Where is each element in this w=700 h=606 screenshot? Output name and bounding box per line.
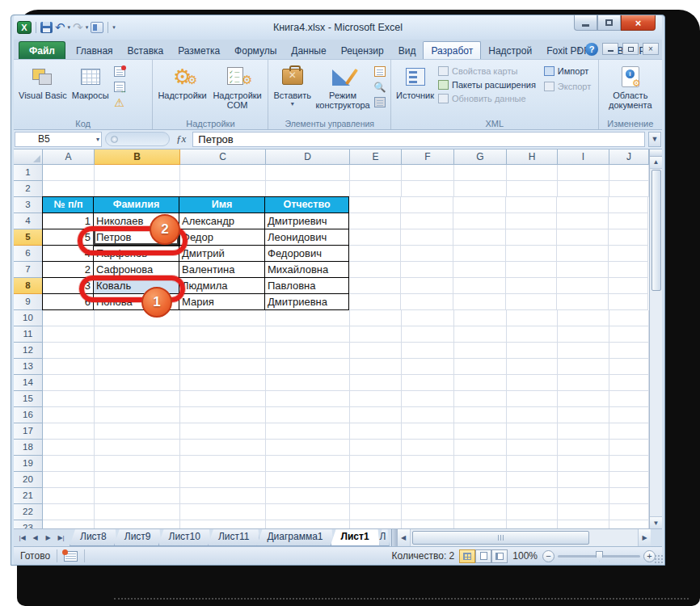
scroll-left-icon[interactable]: ◀ <box>398 529 411 546</box>
last-sheet-icon[interactable]: ▶| <box>55 532 67 544</box>
cell-D9[interactable]: Дмитриевна <box>265 294 349 310</box>
cell-C15[interactable] <box>180 391 266 407</box>
file-tab[interactable]: Файл <box>19 41 65 59</box>
cell-F12[interactable] <box>402 343 454 359</box>
cell-I11[interactable] <box>558 326 609 343</box>
cell-E5[interactable] <box>349 229 401 246</box>
cell-J2[interactable] <box>609 181 649 197</box>
cell-B21[interactable] <box>95 488 180 504</box>
cell-D15[interactable] <box>266 391 350 407</box>
sheet-tab-Диаграмма1[interactable]: Диаграмма1 <box>256 529 333 546</box>
cell-F20[interactable] <box>402 472 454 488</box>
cell-J20[interactable] <box>609 472 649 488</box>
cell-H12[interactable] <box>507 343 558 359</box>
cell-G17[interactable] <box>454 423 507 440</box>
cell-H9[interactable] <box>506 294 557 310</box>
row-header-19[interactable]: 19 <box>14 456 43 472</box>
cell-H7[interactable] <box>506 262 557 278</box>
cell-E7[interactable] <box>349 262 401 278</box>
cell-J12[interactable] <box>609 343 649 359</box>
cell-G4[interactable] <box>453 213 506 229</box>
cell-F3[interactable] <box>401 197 453 213</box>
help-icon[interactable]: ? <box>585 43 598 56</box>
cell-C4[interactable]: Александр <box>179 213 265 229</box>
column-header-D[interactable]: D <box>266 149 350 165</box>
cell-H2[interactable] <box>507 181 558 197</box>
cell-D2[interactable] <box>266 181 350 197</box>
cell-G18[interactable] <box>454 440 507 456</box>
cell-H14[interactable] <box>507 375 558 391</box>
cell-G6[interactable] <box>453 246 506 262</box>
qat-more-dropdown-icon[interactable]: ▾ <box>112 24 116 31</box>
row-header-8[interactable]: 8 <box>14 278 43 294</box>
source-button[interactable]: Источник <box>394 62 436 102</box>
name-box-dropdown-icon[interactable]: ▾ <box>96 136 99 143</box>
cell-G1[interactable] <box>454 165 507 181</box>
cell-I10[interactable] <box>558 310 609 326</box>
cell-J11[interactable] <box>609 326 649 343</box>
cell-I4[interactable] <box>557 213 609 229</box>
cell-A21[interactable] <box>43 488 95 504</box>
cell-C18[interactable] <box>180 440 266 456</box>
cell-B16[interactable] <box>95 407 180 423</box>
cell-B20[interactable] <box>95 472 180 488</box>
row-header-13[interactable]: 13 <box>14 359 43 375</box>
cell-H17[interactable] <box>507 423 558 440</box>
row-header-12[interactable]: 12 <box>14 343 43 359</box>
cell-F11[interactable] <box>402 326 454 343</box>
sheet-tab-Лист1[interactable]: Лист1 <box>331 529 380 546</box>
cell-G3[interactable] <box>453 197 506 213</box>
cell-J14[interactable] <box>609 375 649 391</box>
cell-B14[interactable] <box>95 375 180 391</box>
column-header-B[interactable]: B <box>95 149 180 165</box>
cell-H22[interactable] <box>507 504 558 520</box>
cell-E18[interactable] <box>350 440 402 456</box>
cell-D17[interactable] <box>266 423 350 440</box>
select-all-corner[interactable] <box>14 149 43 165</box>
prev-sheet-icon[interactable]: ◀ <box>29 532 41 544</box>
ribbon-tab-Главная[interactable]: Главная <box>69 42 120 59</box>
page-layout-view-button[interactable] <box>475 549 491 563</box>
cell-E11[interactable] <box>350 326 402 343</box>
column-header-A[interactable]: A <box>43 149 95 165</box>
cell-C7[interactable]: Валентина <box>179 262 265 278</box>
cell-F13[interactable] <box>402 359 454 375</box>
horizontal-scroll-track[interactable] <box>411 529 638 546</box>
cell-E8[interactable] <box>349 278 401 294</box>
cell-D4[interactable]: Дмитриевич <box>265 213 349 229</box>
vertical-scroll-thumb[interactable] <box>652 170 661 291</box>
cell-C22[interactable] <box>180 504 266 520</box>
cell-I18[interactable] <box>558 440 609 456</box>
cell-I16[interactable] <box>558 407 609 423</box>
zoom-out-button[interactable]: − <box>542 550 555 562</box>
properties-icon[interactable] <box>373 65 386 78</box>
expand-formula-bar-icon[interactable]: ▼ <box>648 132 661 147</box>
row-header-20[interactable]: 20 <box>14 472 43 488</box>
cell-G2[interactable] <box>454 181 507 197</box>
cell-J5[interactable] <box>609 229 648 246</box>
cell-J6[interactable] <box>609 246 648 262</box>
cell-G5[interactable] <box>453 229 506 246</box>
cell-A7[interactable]: 2 <box>42 262 94 278</box>
cell-F14[interactable] <box>402 375 454 391</box>
cell-C12[interactable] <box>180 343 266 359</box>
cell-G16[interactable] <box>454 407 507 423</box>
cell-I2[interactable] <box>558 181 609 197</box>
cell-H11[interactable] <box>507 326 558 343</box>
sheet-tab-Лист9[interactable]: Лист9 <box>114 529 162 546</box>
cell-C20[interactable] <box>180 472 266 488</box>
row-header-10[interactable]: 10 <box>14 310 43 326</box>
cell-H6[interactable] <box>506 246 557 262</box>
row-header-7[interactable]: 7 <box>14 262 43 278</box>
normal-view-button[interactable] <box>459 549 475 563</box>
cell-E20[interactable] <box>350 472 402 488</box>
cell-C8[interactable]: Людмила <box>179 278 265 294</box>
cell-J3[interactable] <box>609 197 648 213</box>
column-header-C[interactable]: C <box>180 149 266 165</box>
design-mode-button[interactable]: Режим конструктора <box>314 62 372 112</box>
cell-A12[interactable] <box>43 343 95 359</box>
cell-B15[interactable] <box>95 391 180 407</box>
undo-icon[interactable]: ↶ <box>55 22 65 33</box>
cell-E3[interactable] <box>349 197 401 213</box>
column-header-J[interactable]: J <box>609 149 649 165</box>
